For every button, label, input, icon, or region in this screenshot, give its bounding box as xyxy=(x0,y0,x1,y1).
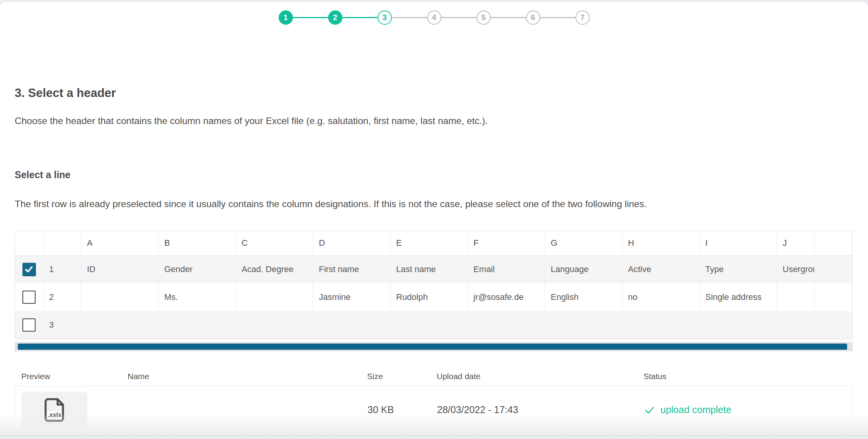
file-status-label: upload complete xyxy=(660,404,731,415)
excel-preview-table: ABCDEFGHIJ 1IDGenderAcad. DegreeFirst na… xyxy=(15,231,853,339)
horizontal-scrollbar-thumb[interactable] xyxy=(18,344,847,350)
cell-I2: Single address xyxy=(700,283,777,311)
cell-B1: Gender xyxy=(158,255,236,283)
select-line-description: The first row is already preselected sin… xyxy=(15,198,853,210)
row-2-checkbox[interactable] xyxy=(22,291,36,304)
cell-E3 xyxy=(390,311,468,339)
spacer-cell xyxy=(815,311,853,339)
file-status: upload complete xyxy=(644,404,852,416)
cell-C1: Acad. Degree xyxy=(236,255,313,283)
column-letter-header: ABCDEFGHIJ xyxy=(15,231,853,255)
cell-C2 xyxy=(236,283,313,311)
column-letter-D: D xyxy=(313,231,390,255)
spacer-column xyxy=(815,231,853,255)
cell-G2: English xyxy=(545,283,622,311)
file-header-preview: Preview xyxy=(21,372,128,381)
sheet-row-3: 3 xyxy=(15,311,853,339)
row-number: 3 xyxy=(43,311,81,339)
cell-F1: Email xyxy=(468,255,545,283)
step-content: 3. Select a header Choose the header tha… xyxy=(15,2,853,434)
cell-C3 xyxy=(236,311,313,339)
cell-I3 xyxy=(700,311,777,339)
wizard-card: 1234567 3. Select a header Choose the he… xyxy=(0,2,868,435)
row-number: 1 xyxy=(43,255,81,283)
checkbox-cell xyxy=(15,283,43,311)
cell-I1: Type xyxy=(700,255,777,283)
cell-F3 xyxy=(468,311,545,339)
cell-A1: ID xyxy=(81,255,158,283)
row-number-column-header xyxy=(43,231,81,255)
checkbox-cell xyxy=(15,255,43,283)
checkbox-column-header xyxy=(15,231,43,255)
cell-G3 xyxy=(545,311,622,339)
cell-A3 xyxy=(81,311,158,339)
row-3-checkbox[interactable] xyxy=(22,318,36,332)
cell-J3 xyxy=(777,311,815,339)
checkbox-cell xyxy=(15,311,43,339)
cell-B2: Ms. xyxy=(158,283,236,311)
page-bottom-edge xyxy=(0,435,868,439)
xslx-file-icon: .xslx xyxy=(42,397,67,423)
cell-J2 xyxy=(777,283,815,311)
column-letter-E: E xyxy=(390,231,468,255)
checkmark-icon xyxy=(24,264,34,274)
page-description: Choose the header that contains the colu… xyxy=(15,115,853,127)
cell-H2: no xyxy=(622,283,700,311)
cell-D1: First name xyxy=(313,255,390,283)
select-line-title: Select a line xyxy=(15,169,853,181)
sheet-row-2: 2Ms.JasmineRudolphjr@sosafe.deEnglishnoS… xyxy=(15,283,853,311)
cell-D2: Jasmine xyxy=(313,283,390,311)
file-preview: .xslx xyxy=(22,392,87,428)
row-number: 2 xyxy=(43,283,81,311)
file-list-header: Preview Name Size Upload date Status xyxy=(15,372,853,381)
page-title: 3. Select a header xyxy=(15,86,853,101)
cell-F2: jr@sosafe.de xyxy=(468,283,545,311)
spacer-cell xyxy=(815,283,853,311)
sheet-row-1: 1IDGenderAcad. DegreeFirst nameLast name… xyxy=(15,255,853,283)
column-letter-F: F xyxy=(468,231,545,255)
file-header-size: Size xyxy=(367,372,437,381)
column-letter-I: I xyxy=(700,231,777,255)
check-icon xyxy=(644,404,655,416)
spacer-cell xyxy=(815,255,853,283)
file-upload-date: 28/03/2022 - 17:43 xyxy=(437,404,644,415)
file-size: 30 KB xyxy=(368,404,437,415)
cell-B3 xyxy=(158,311,236,339)
column-letter-C: C xyxy=(236,231,313,255)
column-letter-J: J xyxy=(777,231,815,255)
cell-J1: Usergroup xyxy=(777,255,815,283)
column-letter-B: B xyxy=(158,231,236,255)
file-header-upload-date: Upload date xyxy=(437,372,643,381)
file-header-status: Status xyxy=(643,372,853,381)
horizontal-scrollbar-track[interactable] xyxy=(15,342,853,351)
cell-A2 xyxy=(81,283,158,311)
column-letter-G: G xyxy=(545,231,622,255)
svg-text:.xslx: .xslx xyxy=(48,412,61,418)
cell-H3 xyxy=(622,311,700,339)
cell-D3 xyxy=(313,311,390,339)
file-header-name: Name xyxy=(128,372,367,381)
column-letter-H: H xyxy=(622,231,700,255)
cell-H1: Active xyxy=(622,255,700,283)
cell-E1: Last name xyxy=(390,255,468,283)
cell-G1: Language xyxy=(545,255,622,283)
row-1-checkbox[interactable] xyxy=(22,263,36,276)
cell-E2: Rudolph xyxy=(390,283,468,311)
column-letter-A: A xyxy=(81,231,158,255)
file-row: .xslx 30 KB 28/03/2022 - 17:43 upload co… xyxy=(15,386,853,434)
